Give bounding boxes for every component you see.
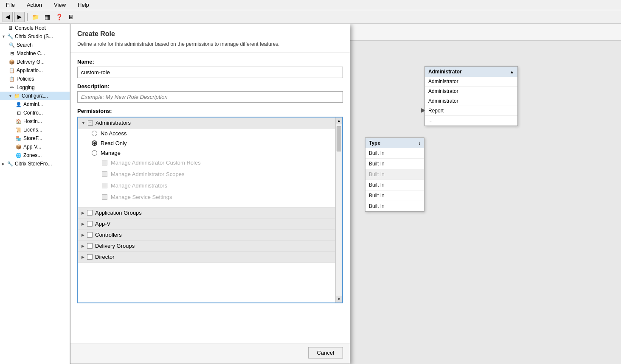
checkbox-dir[interactable]	[87, 254, 93, 260]
perm-group-app-groups[interactable]: ▶ Application Groups	[78, 207, 335, 218]
apps-icon: 📋	[8, 67, 15, 74]
scroll-thumb[interactable]	[337, 126, 341, 151]
create-role-dialog: Create Role Define a role for this admin…	[70, 24, 350, 364]
tree-label: Contro...	[23, 110, 43, 116]
menu-help[interactable]: Help	[75, 1, 92, 9]
radio-read-only[interactable]	[92, 140, 97, 146]
checkbox-ag[interactable]	[87, 210, 93, 216]
expand-tri: ▼	[81, 121, 85, 125]
tree-item-storefront[interactable]: 🏪 StoreF...	[0, 134, 70, 143]
description-input[interactable]	[77, 91, 343, 103]
search-icon: 🔍	[8, 42, 15, 48]
tree-item-storefront2[interactable]: ▶ 🔧 Citrix StoreFro...	[0, 160, 70, 168]
perm-no-access[interactable]: No Access	[78, 129, 335, 138]
perm-group-delivery[interactable]: ▶ Delivery Groups	[78, 241, 335, 252]
name-input[interactable]	[77, 67, 343, 78]
tree-label: Machine C...	[17, 50, 45, 56]
zones-icon: 🌐	[15, 152, 22, 159]
perm-group-appv[interactable]: ▶ App-V	[78, 218, 335, 230]
expand-tri-appv: ▶	[81, 222, 84, 226]
perm-group-controllers[interactable]: ▶ Controllers	[78, 230, 335, 241]
tree-item-search[interactable]: 🔍 Search	[0, 41, 70, 49]
perm-group-administrators[interactable]: ▼ − Administrators	[78, 118, 335, 129]
tree-item-apps[interactable]: 📋 Applicatio...	[0, 66, 70, 75]
cancel-button[interactable]: Cancel	[308, 347, 343, 358]
no-access-label: No Access	[101, 130, 126, 137]
tree-label: Console Root	[15, 25, 46, 31]
type-context-panel: Type ↓ Built In Built In Built In Built …	[365, 137, 424, 212]
menu-action[interactable]: Action	[24, 1, 45, 9]
tree-item-logging[interactable]: ✏ Logging	[0, 83, 70, 92]
expand-tri-dir: ▶	[81, 255, 84, 259]
scroll-down-btn[interactable]: ▼	[336, 296, 342, 302]
tree-item-admin[interactable]: 👤 Admini...	[0, 100, 70, 109]
perm-manage[interactable]: Manage	[78, 148, 335, 158]
tree-label: Citrix StoreFro...	[15, 161, 52, 167]
left-panel: 🖥 Console Root ▼ 🔧 Citrix Studio (S... 🔍…	[0, 24, 70, 364]
checkbox-dg[interactable]	[87, 243, 93, 249]
grid-button[interactable]: ▦	[42, 12, 52, 22]
type-row-2: Built In	[365, 159, 424, 169]
tree-item-console-root[interactable]: 🖥 Console Root	[0, 24, 70, 32]
menu-file[interactable]: File	[3, 1, 17, 9]
admin-right-panel: Administrator ▲ Administrator Administra…	[424, 66, 518, 126]
tree-label: Search	[17, 42, 33, 48]
checkbox-admins[interactable]	[102, 183, 107, 188]
ag-label: Application Groups	[95, 210, 142, 216]
console-icon: 🖥	[7, 25, 14, 31]
perm-manage-service: Manage Service Settings	[78, 192, 335, 202]
permissions-label: Permissions:	[77, 108, 343, 114]
radio-no-access[interactable]	[92, 131, 97, 136]
appv-icon: 📦	[15, 143, 22, 150]
radio-manage[interactable]	[92, 150, 97, 156]
expand-down-icon: ▼	[2, 34, 7, 39]
service-label: Manage Service Settings	[111, 194, 172, 200]
sf2-icon: 🔧	[7, 160, 14, 167]
expand-right-icon: ▶	[2, 162, 7, 166]
tree-item-appv[interactable]: 📦 App-V...	[0, 143, 70, 151]
tree-item-controllers[interactable]: ⊞ Contro...	[0, 109, 70, 117]
tree-item-hosting[interactable]: 🏠 Hostin...	[0, 117, 70, 126]
group-label: Administrators	[96, 120, 131, 126]
checkbox-scopes[interactable]	[102, 171, 107, 177]
tree-label: Citrix Studio (S...	[15, 34, 53, 39]
monitor-button[interactable]: 🖥	[66, 12, 76, 22]
dialog-body: Name: Description: Permissions: ▲	[70, 53, 350, 309]
checkbox-ctrl[interactable]	[87, 232, 93, 238]
expand-tri-ag: ▶	[81, 211, 84, 215]
checkbox-service[interactable]	[102, 194, 107, 200]
tree-label: Applicatio...	[17, 67, 43, 73]
menu-view[interactable]: View	[51, 1, 68, 9]
tree-item-policies[interactable]: 📋 Policies	[0, 75, 70, 83]
tree-item-citrix-studio[interactable]: ▼ 🔧 Citrix Studio (S...	[0, 32, 70, 41]
tree-item-zones[interactable]: 🌐 Zones...	[0, 151, 70, 160]
checkbox-appv[interactable]	[87, 221, 93, 227]
tree-item-delivery[interactable]: 📦 Delivery G...	[0, 58, 70, 66]
perm-group-director[interactable]: ▶ Director	[78, 252, 335, 263]
type-panel-header: Type ↓	[365, 138, 424, 148]
perm-read-only[interactable]: Read Only	[78, 138, 335, 148]
name-label: Name:	[77, 59, 343, 65]
help-button[interactable]: ❓	[54, 12, 64, 22]
type-row-6: Built In	[365, 201, 424, 211]
type-row-3: Built In	[365, 169, 424, 180]
citrix-studio-icon: 🔧	[7, 33, 14, 40]
admin-panel-header: Administrator ▲	[425, 67, 517, 77]
folder-button[interactable]: 📁	[30, 12, 40, 22]
hosting-icon: 🏠	[15, 118, 22, 125]
tree-item-configuration[interactable]: ▼ 📁 Configura...	[0, 92, 70, 100]
type-row-1: Built In	[365, 148, 424, 159]
tree-item-licensing[interactable]: 📜 Licens...	[0, 126, 70, 134]
dialog-footer: Cancel	[70, 343, 350, 364]
custom-roles-label: Manage Administrator Custom Roles	[111, 160, 201, 166]
description-label: Description:	[77, 83, 343, 90]
dg-perm-label: Delivery Groups	[95, 243, 135, 249]
checkbox-custom-roles[interactable]	[102, 160, 107, 165]
dialog-title: Create Role	[70, 24, 350, 38]
tree-item-machine[interactable]: ⊞ Machine C...	[0, 49, 70, 58]
sort-icon: ↓	[418, 140, 421, 146]
scroll-up-btn[interactable]: ▲	[336, 118, 342, 124]
back-button[interactable]: ◀	[3, 12, 13, 22]
forward-button[interactable]: ▶	[14, 12, 25, 22]
appv-perm-label: App-V	[95, 221, 110, 227]
